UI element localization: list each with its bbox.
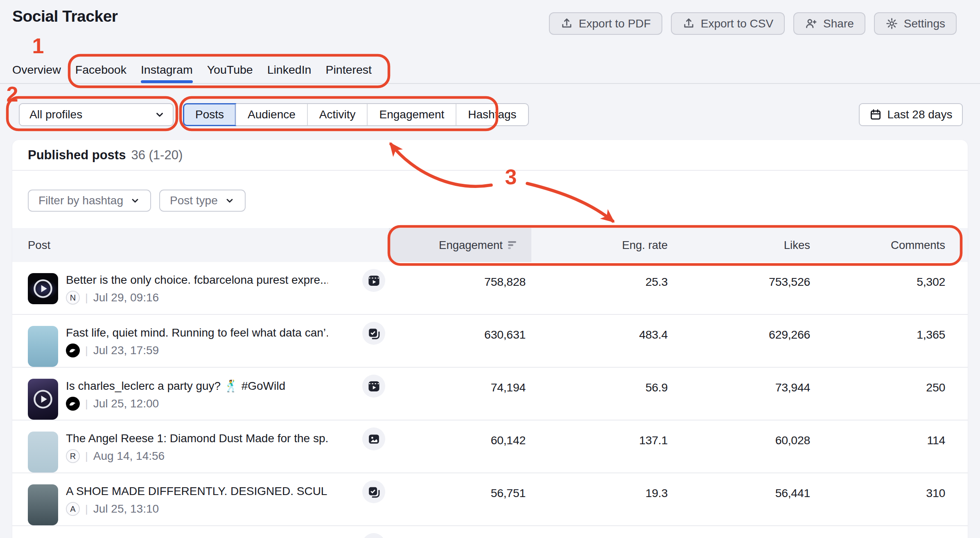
profile-select[interactable]: All profiles <box>19 103 174 126</box>
posts-table: Post Engagement Eng. rate Likes Comments… <box>12 228 968 538</box>
post-type-icon <box>362 480 385 503</box>
engagement-value: 74,194 <box>382 368 526 420</box>
comments-value: 1,365 <box>810 315 945 367</box>
post-subline: R | Aug 14, 14:56 <box>66 449 328 463</box>
card-title: Published posts <box>28 148 126 163</box>
eng-rate-value: 19.3 <box>526 473 668 525</box>
post-type-icon <box>362 533 385 538</box>
post-cell <box>28 526 382 538</box>
post-type-icon <box>362 269 385 292</box>
post-subline: | Jul 25, 12:00 <box>66 397 285 411</box>
post-subline: N | Jul 29, 09:16 <box>66 291 328 305</box>
section-tab[interactable]: Audience <box>235 104 307 125</box>
avatar-letter: R <box>70 452 76 461</box>
post-meta: A SHOE MADE DIFFERENTLY. DESIGNED. SCULP… <box>66 484 328 525</box>
puma-logo-icon <box>68 346 77 355</box>
post-cell: A SHOE MADE DIFFERENTLY. DESIGNED. SCULP… <box>28 473 382 525</box>
profile-avatar: A <box>66 502 80 516</box>
filter-label: Filter by hashtag <box>38 194 123 207</box>
play-overlay-icon <box>28 273 58 304</box>
sort-descending-icon <box>508 240 520 251</box>
column-header-post: Post <box>28 239 382 252</box>
column-header-likes[interactable]: Likes <box>668 239 810 252</box>
header-action-label: Export to PDF <box>579 17 651 30</box>
puma-logo-icon <box>68 399 77 408</box>
post-title[interactable]: Better is the only choice. fcbarcelona p… <box>66 274 328 287</box>
post-type-icon <box>362 322 385 345</box>
reel-icon <box>367 380 381 393</box>
post-title[interactable]: Is charles_leclerc a party guy? 🕺 #GoWil… <box>66 379 285 393</box>
header-action-button[interactable]: Share <box>793 12 865 35</box>
network-tab-label: Pinterest <box>325 63 371 76</box>
profile-select-value: All profiles <box>29 108 82 121</box>
engagement-value: 630,631 <box>382 315 526 367</box>
post-cell: Fast life, quiet mind. Running to feel w… <box>28 315 382 367</box>
post-thumbnail[interactable] <box>28 432 58 472</box>
person-plus-icon <box>805 17 817 30</box>
upload-icon <box>560 17 573 30</box>
post-title[interactable]: Fast life, quiet mind. Running to feel w… <box>66 326 328 339</box>
profile-avatar: R <box>66 449 80 463</box>
profile-avatar: N <box>66 291 80 305</box>
section-tab[interactable]: Posts <box>184 104 235 125</box>
card-header: Published posts 36 (1-20) <box>12 140 968 171</box>
header-action-label: Share <box>823 17 854 30</box>
section-tab[interactable]: Activity <box>307 104 367 125</box>
likes-value: 629,266 <box>668 315 810 367</box>
section-tab[interactable]: Hashtags <box>456 104 528 125</box>
date-range-button[interactable]: Last 28 days <box>859 103 963 126</box>
post-meta: Is charles_leclerc a party guy? 🕺 #GoWil… <box>66 379 285 420</box>
post-thumbnail[interactable] <box>28 484 58 525</box>
post-thumbnail[interactable] <box>28 379 58 420</box>
engagement-header-label: Engagement <box>439 239 503 252</box>
separator: | <box>85 450 88 463</box>
filter-dropdown[interactable]: Filter by hashtag <box>28 190 151 212</box>
table-row: Is charles_leclerc a party guy? 🕺 #GoWil… <box>12 368 968 420</box>
post-cell: Better is the only choice. fcbarcelona p… <box>28 262 382 314</box>
post-cell: The Angel Reese 1: Diamond Dust Made for… <box>28 420 382 472</box>
post-date: Jul 25, 13:10 <box>93 502 159 515</box>
post-date: Aug 14, 14:56 <box>93 450 165 463</box>
header-action-button[interactable]: Export to CSV <box>671 12 785 35</box>
header-action-button[interactable]: Export to PDF <box>549 12 662 35</box>
post-meta: The Angel Reese 1: Diamond Dust Made for… <box>66 432 328 472</box>
annotation-number-1: 1 <box>32 34 44 58</box>
profile-avatar <box>66 397 80 411</box>
table-row: A SHOE MADE DIFFERENTLY. DESIGNED. SCULP… <box>12 473 968 526</box>
header-action-button[interactable]: Settings <box>874 12 957 35</box>
filter-dropdown[interactable]: Post type <box>159 190 246 212</box>
chevron-down-icon <box>154 109 165 120</box>
post-date: Jul 25, 12:00 <box>93 397 159 410</box>
eng-rate-value: 483.4 <box>526 315 668 367</box>
column-header-engagement[interactable]: Engagement <box>389 228 531 262</box>
post-thumbnail[interactable] <box>28 273 58 304</box>
post-title[interactable]: A SHOE MADE DIFFERENTLY. DESIGNED. SCULP… <box>66 485 328 498</box>
tabs-divider <box>0 83 980 84</box>
avatar-letter: A <box>70 504 75 514</box>
column-header-comments[interactable]: Comments <box>810 239 945 252</box>
section-tab-label: Engagement <box>379 108 444 121</box>
post-subline: | Jul 23, 17:59 <box>66 344 328 357</box>
likes-value: 753,526 <box>668 262 810 314</box>
table-row: The Angel Reese 1: Diamond Dust Made for… <box>12 420 968 473</box>
table-row: Fast life, quiet mind. Running to feel w… <box>12 315 968 368</box>
post-title[interactable]: The Angel Reese 1: Diamond Dust Made for… <box>66 432 328 445</box>
chevron-down-icon <box>130 195 140 206</box>
chevron-down-icon <box>224 195 235 206</box>
section-tab[interactable]: Engagement <box>367 104 456 125</box>
column-header-eng-rate[interactable]: Eng. rate <box>526 239 668 252</box>
network-tab-label: Instagram <box>141 63 193 76</box>
likes-value: 73,944 <box>668 368 810 420</box>
post-meta: Better is the only choice. fcbarcelona p… <box>66 273 328 314</box>
likes-value: 56,441 <box>668 473 810 525</box>
post-thumbnail[interactable] <box>28 326 58 367</box>
comments-value: 114 <box>810 420 945 472</box>
network-tab-label: LinkedIn <box>267 63 312 76</box>
table-header: Post Engagement Eng. rate Likes Comments <box>12 228 968 262</box>
comments-value: 250 <box>810 368 945 420</box>
separator: | <box>85 344 88 357</box>
play-overlay-icon <box>28 379 58 420</box>
gear-icon <box>885 17 898 30</box>
separator: | <box>85 398 88 410</box>
section-tabs: PostsAudienceActivityEngagementHashtags <box>183 103 529 126</box>
